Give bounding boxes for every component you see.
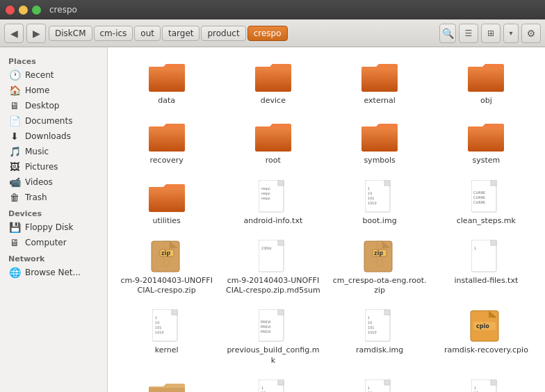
file-item[interactable]: 1 installed-files.txt (436, 236, 537, 300)
file-item[interactable]: 1101011010 system.img (330, 375, 430, 392)
sidebar-item-home[interactable]: 🏠Home (0, 83, 107, 98)
svg-text:101: 101 (368, 196, 375, 200)
file-item[interactable]: data (116, 56, 217, 110)
sidebar-item-downloads[interactable]: ⬇Downloads (0, 129, 107, 144)
file-item[interactable]: PREVI PREVI PREVI previous_build_config.… (222, 305, 323, 370)
sidebar-item-videos[interactable]: 📹Videos (0, 174, 107, 190)
svg-text:requi: requi (261, 191, 270, 196)
grid-view-button[interactable]: ⊞ (481, 24, 501, 43)
close-button[interactable] (6, 6, 15, 15)
sidebar-item-music[interactable]: 🎵Music (0, 144, 107, 159)
svg-rect-3 (255, 67, 291, 92)
file-item[interactable]: 1101011010 boot.img (330, 176, 430, 230)
sidebar-icon: 🗑 (8, 192, 21, 203)
svg-text:1: 1 (474, 386, 476, 390)
sidebar-item-pictures[interactable]: 🖼Pictures (0, 159, 107, 174)
file-item[interactable]: cpio ramdisk-recovery.cpio (436, 305, 537, 370)
folder-icon (467, 120, 505, 153)
forward-button[interactable]: ▶ (26, 24, 46, 43)
view-dropdown-button[interactable]: ▾ (503, 24, 519, 43)
file-item[interactable]: 1101011010 ramdisk.img (330, 305, 430, 370)
file-item[interactable]: 1101011010 userdata.img (436, 375, 537, 392)
file-item[interactable]: requirequirequi android-info.txt (222, 176, 323, 230)
img-file-icon: 1101011010 (365, 309, 394, 343)
folder-icon (254, 120, 292, 153)
file-name: data (158, 96, 175, 106)
svg-text:zip: zip (374, 250, 383, 256)
breadcrumb-item-cm-ics[interactable]: cm-ics (94, 26, 133, 41)
file-item[interactable]: external (330, 56, 430, 110)
file-name: kernel (155, 345, 179, 355)
back-button[interactable]: ◀ (4, 24, 24, 43)
svg-rect-49 (172, 309, 177, 315)
file-item[interactable]: zip cm_crespo-ota-eng.root.zip (330, 236, 430, 300)
file-name: clean_steps.mk (457, 216, 516, 226)
settings-button[interactable]: ⚙ (521, 24, 541, 43)
breadcrumb-item-target[interactable]: target (162, 26, 200, 41)
breadcrumb-item-crespo[interactable]: crespo (247, 26, 288, 41)
file-item[interactable]: device (222, 56, 323, 110)
sidebar-item-desktop[interactable]: 🖥Desktop (0, 98, 107, 113)
svg-text:23f0d: 23f0d (261, 246, 271, 250)
text-file-icon: 1101011010 (471, 379, 501, 392)
file-item[interactable]: 1101011010 recovery.img (222, 375, 323, 392)
file-item[interactable]: 1101011010 kernel (116, 305, 217, 370)
folder-icon (361, 120, 398, 153)
file-name: root (266, 156, 281, 165)
sidebar-network-browse-net...[interactable]: 🌐Browse Net... (0, 265, 107, 280)
file-name: recovery (150, 156, 184, 165)
file-item[interactable]: recovery (116, 115, 217, 170)
titlebar: crespo (0, 0, 545, 19)
sidebar-label: Pictures (25, 162, 58, 172)
file-item[interactable]: ramdisk-recovery. (116, 375, 217, 392)
file-grid: data device external ob (116, 56, 537, 392)
svg-text:requi: requi (261, 196, 270, 201)
device-label: Floppy Disk (25, 222, 74, 232)
folder-icon (254, 60, 292, 93)
window-title: crespo (49, 5, 77, 15)
breadcrumb-item-diskcm[interactable]: DiskCM (49, 26, 92, 41)
svg-rect-55 (278, 309, 284, 315)
sidebar-icon: 📄 (8, 115, 21, 126)
folder-icon (148, 60, 186, 93)
sidebar-label: Desktop (25, 101, 60, 111)
file-name: previous_build_config.mk (225, 345, 320, 366)
file-name: ramdisk.img (356, 345, 403, 355)
file-item[interactable]: symbols (330, 115, 430, 170)
device-icon: 🖥 (8, 237, 21, 248)
svg-rect-60 (384, 309, 390, 315)
svg-text:1: 1 (474, 246, 476, 250)
list-view-button[interactable]: ☰ (459, 24, 478, 43)
breadcrumb-item-product[interactable]: product (201, 26, 245, 41)
file-item[interactable]: utilities (116, 176, 217, 230)
svg-rect-13 (361, 126, 398, 152)
minimize-button[interactable] (19, 6, 28, 15)
file-item[interactable]: 23f0d cm-9-20140403-UNOFFICIAL-crespo.zi… (222, 236, 323, 300)
sidebar-label: Home (25, 85, 49, 95)
breadcrumb-item-out[interactable]: out (134, 26, 161, 41)
sidebar-item-recent[interactable]: 🕐Recent (0, 67, 107, 83)
svg-rect-76 (384, 379, 390, 385)
toolbar: ◀ ▶ DiskCMcm-icsouttargetproductcrespo 🔍… (0, 19, 545, 47)
svg-rect-19 (278, 180, 284, 186)
file-item[interactable]: CURRE CURRE CURRE clean_steps.mk (436, 176, 537, 230)
sidebar-device-computer[interactable]: 🖥Computer (0, 235, 107, 250)
file-item[interactable]: obj (436, 56, 537, 110)
file-name: ramdisk-recovery.cpio (444, 345, 528, 355)
maximize-button[interactable] (32, 6, 41, 15)
file-item[interactable]: root (222, 115, 323, 170)
folder-icon (467, 60, 505, 93)
folder-icon (148, 379, 186, 392)
sidebar-label: Downloads (25, 131, 71, 141)
file-item[interactable]: zip cm-9-20140403-UNOFFICIAL-crespo.zip (116, 236, 217, 300)
svg-rect-17 (149, 187, 185, 212)
search-button[interactable]: 🔍 (439, 24, 456, 43)
sidebar-item-trash[interactable]: 🗑Trash (0, 190, 107, 205)
sidebar-device-floppy-disk[interactable]: 💾Floppy Disk (0, 220, 107, 235)
file-name: external (364, 96, 395, 106)
text-file-icon: PREVI PREVI PREVI (259, 309, 288, 343)
file-item[interactable]: system (436, 115, 537, 170)
sidebar-item-documents[interactable]: 📄Documents (0, 113, 107, 129)
svg-text:1: 1 (155, 316, 157, 320)
svg-text:1: 1 (368, 316, 370, 320)
